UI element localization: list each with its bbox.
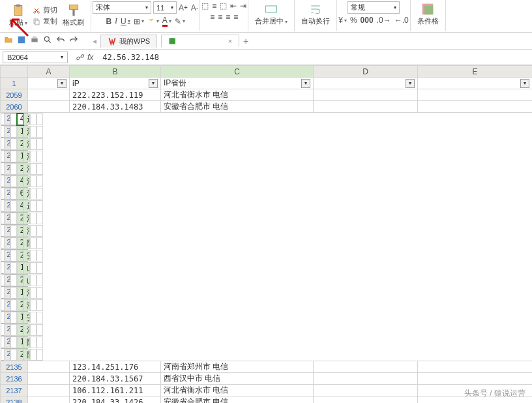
cell[interactable]	[10, 262, 17, 274]
tab-nav-left-icon[interactable]: ◂	[93, 37, 96, 46]
comma-icon[interactable]: 000	[361, 16, 374, 25]
row-header[interactable]: 2125	[4, 312, 10, 323]
cell[interactable]	[28, 361, 70, 373]
cell[interactable]	[10, 200, 17, 212]
cell[interactable]	[10, 287, 17, 299]
cell[interactable]	[314, 361, 418, 373]
cell[interactable]: 61.52.68.239	[17, 188, 23, 200]
cell[interactable]: iP▾	[70, 78, 161, 89]
cell[interactable]: ▾	[314, 78, 418, 89]
select-all-corner[interactable]	[1, 66, 28, 78]
align-right-icon[interactable]: ≡	[226, 12, 230, 22]
cell[interactable]	[418, 101, 533, 113]
cell[interactable]	[314, 396, 418, 404]
row-header[interactable]: 2072	[4, 151, 10, 162]
cell[interactable]	[37, 126, 43, 138]
fill-color-button[interactable]	[147, 18, 159, 25]
cell[interactable]	[10, 188, 17, 200]
doc-tab-current[interactable]: ×	[161, 35, 239, 47]
align-bottom-icon[interactable]: ⬚	[220, 1, 227, 10]
row-header[interactable]: 2067	[4, 126, 10, 138]
spreadsheet-grid[interactable]: A B C D E 1▾iP▾IP省份▾▾▾2059222.223.152.11…	[0, 65, 532, 403]
filter-icon[interactable]: ▾	[520, 79, 529, 88]
print-icon[interactable]	[30, 35, 39, 46]
cell[interactable]	[30, 324, 37, 336]
cell[interactable]	[37, 312, 43, 323]
dec-decimal-icon[interactable]: ←.0	[394, 16, 409, 25]
cell[interactable]: 220.184.33.1590	[17, 349, 23, 361]
cell[interactable]: 陕西省西安市 电信	[23, 349, 30, 361]
cell[interactable]: 42.56.32.148	[17, 113, 23, 125]
copy-button[interactable]: 复制	[33, 16, 57, 26]
filter-icon[interactable]: ▾	[301, 79, 310, 88]
cell[interactable]: 安徽省合肥市 电信	[23, 250, 30, 261]
cell[interactable]: 220.184.33.1567	[70, 373, 161, 385]
inc-decimal-icon[interactable]: .0→	[377, 16, 391, 25]
cell[interactable]: 114.101.237.99	[17, 312, 23, 323]
merge-button[interactable]: 合并居中	[252, 1, 290, 27]
indent-right-icon[interactable]: ⇥	[240, 1, 246, 10]
cell[interactable]	[30, 113, 37, 125]
filter-icon[interactable]: ▾	[406, 79, 415, 88]
font-color-button[interactable]: A	[162, 16, 171, 27]
preview-icon[interactable]	[43, 35, 52, 46]
cell[interactable]	[10, 213, 17, 224]
bold-button[interactable]: B	[106, 17, 111, 26]
col-header[interactable]: C	[161, 66, 314, 78]
cell[interactable]	[37, 113, 43, 125]
cell[interactable]	[37, 287, 43, 299]
cell[interactable]	[10, 163, 17, 175]
cell[interactable]: 220.184.33.1576	[17, 237, 23, 249]
cell[interactable]	[37, 336, 43, 348]
cell[interactable]: ▾	[28, 78, 70, 89]
cell[interactable]: 106.112.173.81	[17, 126, 23, 138]
cell[interactable]	[30, 262, 37, 274]
formula-input[interactable]: 42.56.32.148	[98, 52, 532, 63]
cond-format-button[interactable]: 条件格	[415, 1, 441, 27]
cell[interactable]	[418, 89, 533, 101]
cell[interactable]	[10, 324, 17, 336]
cell[interactable]	[37, 225, 43, 237]
open-icon[interactable]	[4, 35, 13, 46]
cell[interactable]	[30, 126, 37, 138]
row-header[interactable]: 2126	[4, 324, 10, 336]
wrap-button[interactable]: 自动换行	[299, 1, 332, 27]
cell[interactable]: 220.184.33.1505	[17, 250, 23, 261]
cell[interactable]: 河北省衡水市 电信	[23, 126, 30, 138]
row-header[interactable]: 2059	[1, 89, 28, 101]
cell[interactable]	[10, 175, 17, 187]
col-header[interactable]: B	[70, 66, 161, 78]
filter-icon[interactable]: ▾	[57, 79, 66, 88]
fn-icon[interactable]: ☍	[76, 53, 83, 62]
cell[interactable]: 113.221.44.116	[17, 287, 23, 299]
cell[interactable]: 浙江省温州市 电信	[23, 225, 30, 237]
cell[interactable]	[30, 299, 37, 311]
fx-icon[interactable]: fx	[87, 53, 93, 62]
cell[interactable]	[28, 396, 70, 404]
row-header[interactable]: 2136	[1, 373, 28, 385]
row-header[interactable]: 2135	[1, 361, 28, 373]
col-header[interactable]: A	[28, 66, 70, 78]
cell[interactable]	[10, 312, 17, 323]
row-header[interactable]: 2137	[1, 385, 28, 396]
cell[interactable]	[30, 312, 37, 323]
cell[interactable]: 河北省衡水市 电信	[161, 385, 314, 396]
cell[interactable]: 山东省泰安市 电信	[23, 275, 30, 286]
cut-button[interactable]: 剪切	[33, 5, 57, 15]
cell[interactable]: 220.184.33.1543	[17, 324, 23, 336]
undo-icon[interactable]	[56, 35, 65, 46]
font-size-select[interactable]: 11▾	[153, 1, 177, 14]
cell[interactable]	[10, 349, 17, 361]
cell[interactable]: ▾	[418, 78, 533, 89]
row-header[interactable]: 2080	[4, 188, 10, 200]
cell[interactable]: 河南省郑州市 联通	[23, 188, 30, 200]
cell[interactable]	[10, 250, 17, 261]
cell[interactable]	[30, 250, 37, 261]
percent-icon[interactable]: %	[350, 16, 357, 25]
cell[interactable]: 江苏省连云港市 电信	[23, 213, 30, 224]
cell[interactable]	[10, 299, 17, 311]
cell[interactable]	[28, 373, 70, 385]
cell[interactable]: IP省份▾	[161, 78, 314, 89]
cell[interactable]: 辽宁省辽阳市 联通	[23, 200, 30, 212]
cell[interactable]	[10, 113, 17, 125]
